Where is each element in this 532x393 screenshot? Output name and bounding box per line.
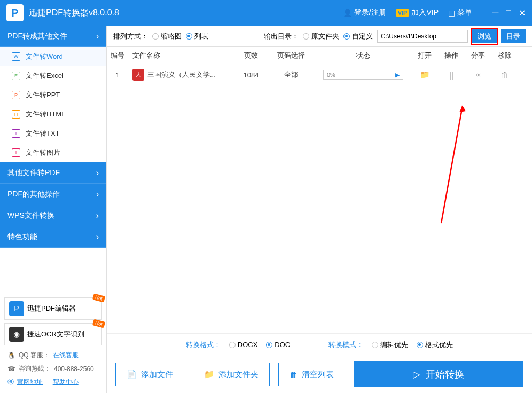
format-label: 转换格式： <box>186 340 221 350</box>
app-title: 迅捷PDF转换器v8.0.0.8 <box>29 7 343 19</box>
out-custom-radio[interactable]: 自定义 <box>343 32 373 41</box>
col-pages: 页数 <box>235 51 267 60</box>
tel-contact: ☎咨询热线：400-888-2560 <box>4 362 102 375</box>
qq-link[interactable]: 在线客服 <box>53 351 79 360</box>
qq-icon: 🐧 <box>7 352 15 359</box>
vip-icon: VIP <box>396 9 410 17</box>
col-op: 操作 <box>438 51 465 60</box>
col-del: 移除 <box>491 51 518 60</box>
sort-thumb-radio[interactable]: 缩略图 <box>152 32 182 41</box>
folder-add-icon: 📁 <box>204 370 214 379</box>
col-num: 编号 <box>107 51 128 60</box>
help-link[interactable]: 帮助中心 <box>53 378 79 387</box>
play-icon: ▶ <box>395 72 400 78</box>
promo-pdf-editor[interactable]: P 迅捷PDF编辑器 Hot <box>4 297 102 320</box>
menu-button[interactable]: ▦菜单 <box>448 8 472 18</box>
file-add-icon: 📄 <box>127 370 137 379</box>
qq-contact: 🐧QQ 客服：在线客服 <box>4 349 102 362</box>
format-doc-radio[interactable]: DOC <box>266 341 290 349</box>
add-file-button[interactable]: 📄添加文件 <box>115 363 184 386</box>
play-circle-icon: ▷ <box>413 368 420 380</box>
chevron-right-icon: › <box>96 190 99 199</box>
titlebar: P 迅捷PDF转换器v8.0.0.8 👤登录/注册 VIP加入VIP ▦菜单 ─… <box>0 0 532 26</box>
sidebar-item-to-html[interactable]: H文件转HTML <box>0 105 106 124</box>
mode-layout-radio[interactable]: 格式优先 <box>417 340 453 350</box>
sidebar: PDF转成其他文件› W文件转Word E文件转Excel P文件转PPT H文… <box>0 26 107 393</box>
table-row[interactable]: 1 人三国演义（人民文学... 1084 全部 0%▶ 📁 || ∝ 🗑 <box>107 64 532 85</box>
promo-ocr[interactable]: ◉ 捷速OCR文字识别 Hot <box>4 323 102 345</box>
ocr-icon: ◉ <box>9 327 24 342</box>
sidebar-cat-pdf-to-other[interactable]: PDF转成其他文件› <box>0 26 106 47</box>
hot-badge: Hot <box>92 293 105 302</box>
chevron-right-icon: › <box>96 211 99 221</box>
excel-icon: E <box>12 72 20 80</box>
pdf-editor-icon: P <box>9 301 24 316</box>
hot-badge: Hot <box>92 319 105 328</box>
sort-list-radio[interactable]: 列表 <box>186 32 208 41</box>
maximize-button[interactable]: □ <box>506 8 511 18</box>
out-orig-radio[interactable]: 原文件夹 <box>303 32 339 41</box>
html-icon: H <box>12 110 20 119</box>
word-icon: W <box>12 52 20 61</box>
close-button[interactable]: ✕ <box>519 8 526 18</box>
col-open: 打开 <box>411 51 438 60</box>
user-icon: 👤 <box>343 9 352 17</box>
sidebar-item-to-excel[interactable]: E文件转Excel <box>0 66 106 85</box>
add-folder-button[interactable]: 📁添加文件夹 <box>193 363 270 386</box>
image-icon: I <box>12 148 20 157</box>
phone-icon: ☎ <box>7 365 15 373</box>
minimize-button[interactable]: ─ <box>492 8 498 18</box>
chevron-right-icon: › <box>96 32 99 41</box>
main-panel: 排列方式： 缩略图 列表 输出目录： 原文件夹 自定义 浏览 目录 编号 文件名… <box>107 26 532 393</box>
bottom-actions: 📄添加文件 📁添加文件夹 🗑清空列表 ▷开始转换 <box>107 356 532 393</box>
sidebar-cat-wps[interactable]: WPS文件转换› <box>0 205 106 226</box>
sidebar-cat-special[interactable]: 特色功能› <box>0 226 106 248</box>
pdf-icon: 人 <box>132 69 144 81</box>
sidebar-item-to-word[interactable]: W文件转Word <box>0 47 106 66</box>
catalog-button[interactable]: 目录 <box>501 29 526 43</box>
share-icon[interactable]: ∝ <box>475 70 481 79</box>
chevron-right-icon: › <box>96 168 99 178</box>
output-path-input[interactable] <box>377 30 468 43</box>
globe-icon: ⓔ <box>7 378 14 387</box>
mode-edit-radio[interactable]: 编辑优先 <box>372 340 408 350</box>
grid-icon: ▦ <box>448 9 455 17</box>
table-header: 编号 文件名称 页数 页码选择 状态 打开 操作 分享 移除 <box>107 47 532 64</box>
col-name: 文件名称 <box>128 51 235 60</box>
ppt-icon: P <box>12 91 20 99</box>
sidebar-cat-other-to-pdf[interactable]: 其他文件转PDF› <box>0 162 106 184</box>
sidebar-item-to-txt[interactable]: T文件转TXT <box>0 124 106 143</box>
mode-label: 转换模式： <box>328 340 363 350</box>
format-bar: 转换格式： DOCX DOC 转换模式： 编辑优先 格式优先 <box>107 333 532 356</box>
vip-button[interactable]: VIP加入VIP <box>396 8 439 18</box>
pause-icon[interactable]: || <box>449 70 453 80</box>
sidebar-item-to-ppt[interactable]: P文件转PPT <box>0 85 106 105</box>
clear-button[interactable]: 🗑清空列表 <box>278 363 345 386</box>
progress-bar[interactable]: 0%▶ <box>323 70 403 80</box>
format-docx-radio[interactable]: DOCX <box>229 341 258 349</box>
login-button[interactable]: 👤登录/注册 <box>343 8 386 18</box>
row-pages: 1084 <box>235 71 267 79</box>
txt-icon: T <box>12 129 20 138</box>
sidebar-cat-pdf-ops[interactable]: PDF的其他操作› <box>0 184 106 205</box>
site-link[interactable]: 官网地址 <box>17 378 43 387</box>
sidebar-item-to-image[interactable]: I文件转图片 <box>0 143 106 162</box>
browse-button[interactable]: 浏览 <box>472 29 497 43</box>
open-folder-icon[interactable]: 📁 <box>420 70 430 79</box>
col-status: 状态 <box>315 51 411 60</box>
app-logo: P <box>6 4 24 21</box>
toolbar: 排列方式： 缩略图 列表 输出目录： 原文件夹 自定义 浏览 目录 <box>107 26 532 47</box>
chevron-right-icon: › <box>96 232 99 242</box>
start-convert-button[interactable]: ▷开始转换 <box>354 361 523 387</box>
col-share: 分享 <box>465 51 491 60</box>
file-name: 三国演义（人民文学... <box>147 70 216 80</box>
output-label: 输出目录： <box>264 32 299 41</box>
trash-icon: 🗑 <box>290 370 298 379</box>
trash-icon[interactable]: 🗑 <box>501 70 509 80</box>
page-select[interactable]: 全部 <box>267 70 315 80</box>
col-sel: 页码选择 <box>267 51 315 60</box>
sort-label: 排列方式： <box>113 32 148 41</box>
row-num: 1 <box>107 71 128 79</box>
